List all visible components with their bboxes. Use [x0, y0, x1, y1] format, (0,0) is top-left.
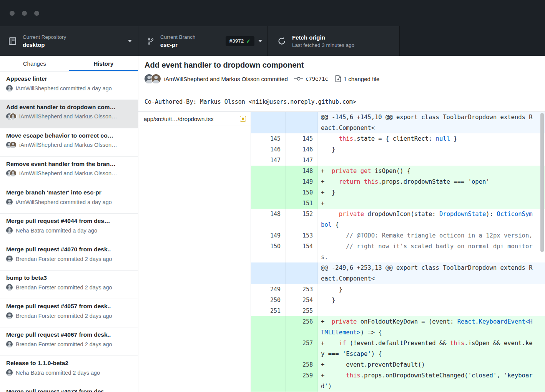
diff-line: 256+ private onFoldoutKeyDown = (event: … — [251, 316, 545, 338]
diff-code: + private get isOpen() { — [318, 166, 545, 176]
current-branch-button[interactable]: Current Branch esc-pr #3972 ✓ — [138, 26, 268, 56]
diff-line: 149153 // @TODO: Remake triangle octicon… — [251, 230, 545, 241]
commit-item-title: Merge pull request #4067 from desk.. — [6, 331, 132, 338]
commit-item-title: Merge pull request #4070 from desk.. — [6, 246, 132, 253]
old-line-number: 149 — [251, 230, 286, 241]
diff-rows: @@ -145,6 +145,10 @@ export class Toolba… — [251, 112, 545, 392]
history-commit-item[interactable]: Add event handler to dropdown com…iAmWil… — [0, 100, 138, 128]
tab-changes[interactable]: Changes — [0, 56, 69, 71]
fetch-origin-button[interactable]: Fetch origin Last fetched 3 minutes ago — [268, 26, 400, 56]
history-commit-item[interactable]: Appease linteriAmWillShepherd committed … — [0, 71, 138, 100]
close-button[interactable] — [10, 11, 15, 16]
tab-history[interactable]: History — [69, 56, 138, 71]
new-line-number: 154 — [286, 241, 318, 262]
commit-item-title: bump to beta3 — [6, 274, 132, 281]
commit-item-avatars — [6, 170, 16, 176]
commit-item-avatars — [6, 142, 16, 148]
commit-item-title: Appease linter — [6, 75, 132, 82]
git-commit-icon — [294, 76, 303, 82]
commit-item-meta: iAmWillShepherd and Markus Olsson… — [6, 142, 132, 148]
history-commit-item[interactable]: Merge pull request #4070 from desk..Bren… — [0, 242, 138, 271]
commit-item-meta: iAmWillShepherd committed a day ago — [6, 199, 132, 205]
diff-line: 147147 — [251, 155, 545, 166]
minimize-button[interactable] — [22, 11, 27, 16]
diff-code: + return this.props.dropdownState === 'o… — [318, 176, 545, 187]
commit-item-title: Add event handler to dropdown com… — [6, 104, 132, 111]
commit-item-title: Merge pull request #4044 from des… — [6, 218, 132, 224]
old-line-number: 148 — [251, 209, 286, 230]
commit-sha: c79e71c — [306, 76, 328, 82]
changed-file-row[interactable]: app/src/ui/t…/dropdown.tsx — [138, 112, 251, 126]
new-line-number: 152 — [286, 209, 318, 230]
diff-view: @@ -145,6 +145,10 @@ export class Toolba… — [251, 112, 545, 392]
avatar — [10, 170, 16, 176]
commit-item-meta: Brendan Forster committed 2 days ago — [6, 312, 132, 319]
history-commit-item[interactable]: Merge pull request #4057 from desk..Bren… — [0, 299, 138, 327]
old-line-number: 147 — [251, 155, 286, 166]
commit-item-title: Move escape behavior to correct co… — [6, 132, 132, 139]
commit-item-meta: Neha Batra committed 2 days ago — [6, 369, 132, 376]
commit-item-avatars — [6, 113, 16, 120]
commit-item-byline: Brendan Forster committed 2 days ago — [16, 284, 112, 291]
history-commit-item[interactable]: bump to beta3Brendan Forster committed 2… — [0, 271, 138, 299]
commit-item-meta: iAmWillShepherd and Markus Olsson… — [6, 113, 132, 120]
diff-line: 149+ return this.props.dropdownState ===… — [251, 176, 545, 187]
old-line-number — [251, 359, 286, 370]
history-commit-item[interactable]: Merge pull request #4067 from desk..Bren… — [0, 327, 138, 356]
commit-item-avatars — [6, 256, 13, 262]
commit-item-title: Release to 1.1.0-beta2 — [6, 360, 132, 367]
avatar — [10, 113, 16, 120]
old-line-number — [251, 338, 286, 359]
zoom-button[interactable] — [34, 11, 39, 16]
current-repository-button[interactable]: Current Repository desktop — [0, 26, 138, 56]
commit-item-byline: iAmWillShepherd and Markus Olsson… — [19, 142, 117, 148]
avatar — [10, 142, 16, 148]
commit-item-avatars — [6, 284, 13, 291]
diff-line: 250254 } — [251, 295, 545, 306]
new-line-number: 255 — [286, 306, 318, 316]
commit-item-meta: Neha Batra committed a day ago — [6, 227, 132, 234]
diff-code: + this.props.onDropdownStateChanged('clo… — [318, 370, 545, 392]
current-branch-label: Current Branch — [160, 34, 223, 40]
new-line-number: 257 — [286, 338, 318, 359]
commit-meta-row: iAmWillShepherd and Markus Olsson commit… — [145, 74, 539, 83]
new-line-number: 253 — [286, 284, 318, 295]
modified-file-icon — [240, 116, 246, 122]
new-line-number: 148 — [286, 166, 318, 176]
new-line-number: 153 — [286, 230, 318, 241]
diff-code: // right now it's scaled badly on normal… — [318, 241, 545, 262]
diff-line: 151+ — [251, 198, 545, 209]
chevron-down-icon — [128, 40, 132, 42]
commit-item-title: Merge branch 'master' into esc-pr — [6, 189, 132, 196]
commit-item-meta: Brendan Forster committed 2 days ago — [6, 341, 132, 347]
new-line-number: 254 — [286, 295, 318, 306]
history-commit-item[interactable]: Move escape behavior to correct co…iAmWi… — [0, 128, 138, 157]
history-commit-item[interactable]: Release to 1.1.0-beta2Neha Batra committ… — [0, 356, 138, 384]
avatar — [6, 341, 13, 347]
history-commit-item[interactable]: Merge branch 'master' into esc-priAmWill… — [0, 185, 138, 214]
old-line-number: 250 — [251, 295, 286, 306]
chevron-down-icon — [258, 40, 262, 42]
new-line-number: 150 — [286, 187, 318, 198]
commit-item-avatars — [6, 227, 13, 234]
diff-code: + event.preventDefault() — [318, 359, 545, 370]
diff-line: 145145 this.state = { clientRect: null } — [251, 133, 545, 144]
diff-code: + private onFoldoutKeyDown = (event: Rea… — [318, 316, 545, 338]
diff-code — [318, 306, 545, 316]
history-commit-item[interactable]: Merge pull request #4044 from des…Neha B… — [0, 214, 138, 242]
toolbar-filler — [400, 26, 545, 56]
diff-scrollbar[interactable] — [540, 113, 544, 252]
avatar — [6, 85, 13, 91]
history-commit-list: Appease linteriAmWillShepherd committed … — [0, 71, 138, 392]
new-line-number: 259 — [286, 370, 318, 392]
history-commit-item[interactable]: Remove event handler from the bran…iAmWi… — [0, 157, 138, 185]
avatar — [6, 227, 13, 234]
diff-line: 249253 } — [251, 284, 545, 295]
commit-item-title: Merge pull request #4057 from desk.. — [6, 303, 132, 310]
commit-item-meta: iAmWillShepherd and Markus Olsson… — [6, 170, 132, 176]
commit-title: Add event handler to dropdown component — [145, 61, 539, 70]
diff-code: + } — [318, 187, 545, 198]
history-commit-item[interactable]: Merge pull request #4073 from des… — [0, 384, 138, 392]
diff-code: + if (!event.defaultPrevented && this.is… — [318, 338, 545, 359]
check-icon: ✓ — [246, 38, 251, 44]
